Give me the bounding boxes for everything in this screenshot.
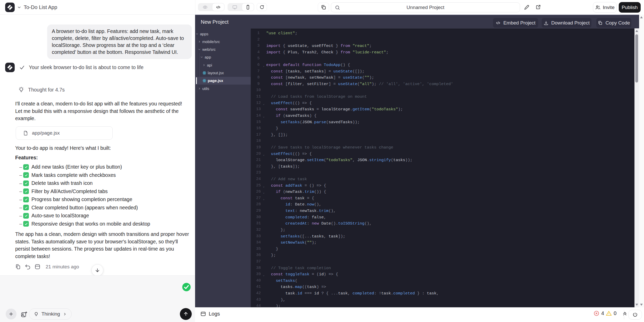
code-text: const [newTask, setNewTask] = useState("…: [266, 75, 374, 81]
feature-text: Auto-save to localStorage: [31, 213, 89, 219]
code-line: 30 completed: false,: [251, 214, 639, 221]
code-text: createdAt: new Date().toISOString(),: [266, 220, 372, 227]
code-text: setTasks([...tasks, task]);: [266, 233, 345, 240]
power-icon: [632, 312, 638, 317]
warning-count: 0: [614, 310, 616, 316]
code-line: 14⌄ if (savedTasks) {: [251, 113, 639, 119]
power-button[interactable]: [628, 310, 642, 320]
code-line: 2: [251, 37, 639, 43]
add-attachment-button[interactable]: [6, 309, 16, 319]
refresh-button[interactable]: [257, 3, 267, 11]
thinking-toggle[interactable]: Thinking: [29, 308, 72, 320]
code-view-tab[interactable]: [212, 3, 224, 11]
code-line: 5: [251, 55, 639, 62]
tree-item-utils[interactable]: utils: [195, 85, 251, 92]
logs-label: Logs: [209, 311, 220, 317]
code-line: 17 }, []);: [251, 132, 639, 138]
scrollbar-thumb[interactable]: [635, 34, 638, 82]
scroll-down-button[interactable]: [91, 264, 103, 276]
send-button[interactable]: [180, 308, 192, 320]
undo-icon[interactable]: [24, 263, 31, 270]
copy-code-button[interactable]: Copy Code: [596, 18, 631, 28]
code-text: useEffect(() => {: [266, 100, 312, 106]
embed-project-button[interactable]: Embed Project: [493, 18, 538, 28]
rename-button[interactable]: [521, 3, 532, 11]
code-text: text: newTask.trim(),: [266, 208, 336, 214]
assistant-status: Your sleek browser to-do list is about t…: [29, 64, 144, 70]
copy-url-button[interactable]: [318, 3, 329, 12]
tree-item-web-src[interactable]: web/src: [195, 46, 251, 53]
bullet-dash: –: [15, 180, 23, 186]
page-scrollbar[interactable]: [639, 15, 644, 307]
tree-item-layout-jsx[interactable]: layout.jsx: [195, 69, 251, 77]
app-logo[interactable]: [5, 3, 15, 12]
tree-item-mobile-src[interactable]: mobile/src: [195, 38, 251, 45]
line-number: 4: [251, 49, 266, 56]
code-line: 43 ),: [251, 297, 639, 303]
desktop-tab[interactable]: [228, 3, 242, 11]
line-number: 22: [251, 163, 266, 170]
project-url-bar[interactable]: Unnamed Project: [331, 2, 520, 12]
thought-row[interactable]: Thought for 4.7s: [18, 87, 65, 93]
download-project-button[interactable]: Download Project: [542, 18, 591, 28]
tree-item-page-jsx[interactable]: page.jsx: [195, 77, 251, 85]
scroll-up-arrow[interactable]: [640, 16, 643, 18]
scroll-up-arrow[interactable]: [635, 30, 638, 32]
preview-toolbar: Unnamed Project Invite Publish: [195, 0, 644, 15]
logs-toggle[interactable]: Logs: [200, 311, 220, 317]
code-text: // Add new task: [266, 176, 307, 183]
feature-item: –Auto-save to localStorage: [15, 212, 150, 220]
check-icon: [19, 64, 25, 70]
copy-icon: [598, 20, 603, 26]
code-text: setTasks(: [266, 278, 297, 284]
search-icon: [335, 5, 340, 10]
features-list: –Add new tasks (Enter key or plus button…: [15, 163, 150, 228]
publish-button[interactable]: Publish: [619, 2, 641, 13]
tree-item-label: app: [205, 55, 211, 59]
feature-item: –Filter by All/Active/Completed tabs: [15, 187, 150, 196]
tree-item-label: web/src: [202, 47, 216, 52]
code-editor[interactable]: 1"use client";23import { useState, useEf…: [251, 29, 639, 307]
code-line: 38 // Toggle task completion: [251, 265, 639, 271]
code-text: task.id === id ? { ...task, completed: !…: [266, 290, 439, 297]
line-number: 29: [251, 208, 266, 214]
bullet-dash: –: [15, 221, 23, 227]
preview-eye-tab[interactable]: [198, 3, 212, 11]
code-line: 15 setTasks(JSON.parse(savedTasks));: [251, 119, 639, 126]
bullet-dash: –: [15, 197, 23, 202]
tree-item-api[interactable]: api: [195, 61, 251, 69]
line-number: 23: [251, 170, 266, 176]
assistant-closing: The app has a clean, modern design with …: [15, 230, 189, 260]
line-number: 1: [251, 30, 266, 37]
problem-indicators[interactable]: 4 0: [593, 310, 628, 316]
chevron-down-icon: [198, 48, 201, 51]
feature-text: Progress bar showing completion percenta…: [31, 196, 132, 202]
line-number: 17: [251, 132, 266, 138]
editor-scrollbar[interactable]: [634, 28, 639, 307]
chevron-down-icon[interactable]: [17, 5, 22, 10]
copy-icon[interactable]: [15, 263, 21, 270]
bullet-dash: –: [15, 213, 23, 219]
assistant-intro: I'll create a clean, modern to-do list a…: [15, 100, 186, 122]
mobile-tab[interactable]: [242, 3, 254, 11]
copy-code-label: Copy Code: [605, 20, 630, 26]
version-icon[interactable]: [34, 263, 41, 270]
open-external-button[interactable]: [533, 3, 543, 11]
feature-text: Filter by All/Active/Completed tabs: [31, 188, 108, 194]
code-line: 39⌄ const toggleTask = (id) => {: [251, 271, 639, 278]
assistant-status-row: Your sleek browser to-do list is about t…: [5, 63, 144, 72]
code-line: 20⌄ useEffect(() => {: [251, 151, 639, 157]
tree-item-apps[interactable]: apps: [195, 30, 251, 38]
copy-icon: [321, 4, 327, 10]
scroll-down-arrow[interactable]: [635, 304, 638, 306]
scroll-down-arrow[interactable]: [640, 304, 643, 306]
tree-item-app[interactable]: app: [195, 53, 251, 61]
code-line: 33 setTasks([...tasks, task]);: [251, 233, 639, 240]
chevrons-up-icon[interactable]: [622, 310, 628, 316]
add-image-button[interactable]: [21, 311, 28, 318]
line-number: 2: [251, 37, 266, 43]
file-icon: [23, 130, 28, 136]
invite-button[interactable]: Invite: [593, 2, 617, 13]
line-number: 21: [251, 157, 266, 163]
file-chip[interactable]: app/page.jsx: [16, 126, 113, 140]
